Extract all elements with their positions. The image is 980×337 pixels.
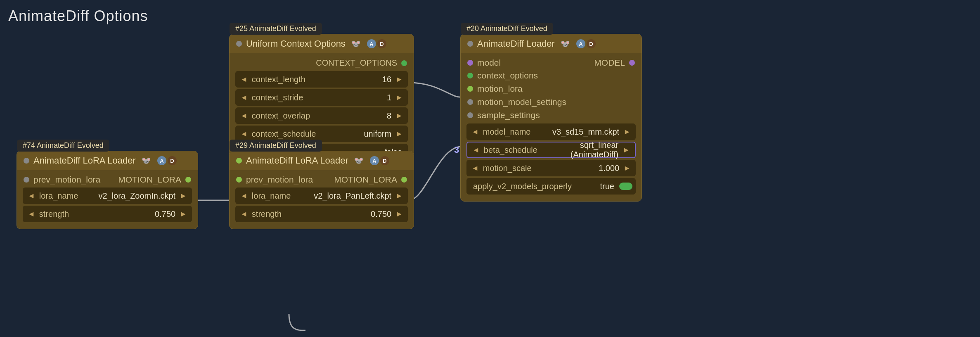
field-motion-scale[interactable]: ◄ motion_scale 1.000 ► — [466, 160, 636, 176]
port-mms-in — [467, 99, 473, 105]
arrow-right-context-overlap[interactable]: ► — [394, 112, 405, 120]
arrow-right-motion-scale[interactable]: ► — [622, 164, 632, 173]
arrow-right-lora-name-74[interactable]: ► — [178, 192, 189, 200]
node-status-dot — [236, 41, 242, 47]
page-title: AnimateDiff Options — [8, 7, 148, 25]
node-title-loader: AnimateDiff Loader — [477, 38, 555, 49]
node-lora-74: #74 AnimateDiff Evolved AnimateDiff LoRA… — [17, 151, 198, 229]
badge-a-74: A — [157, 156, 166, 165]
node-status-dot-29 — [236, 158, 242, 164]
port-prev-motion-lora-74 — [24, 177, 29, 183]
field-number-3: 3 — [454, 145, 459, 155]
field-apply-v2[interactable]: apply_v2_models_properly true — [466, 178, 636, 195]
arrow-left-lora-name-29[interactable]: ◄ — [239, 192, 249, 200]
field-beta-schedule[interactable]: ◄ beta_schedule sqrt_linear (AnimateDiff… — [466, 142, 636, 158]
field-context-stride[interactable]: ◄ context_stride 1 ► — [235, 89, 408, 106]
arrow-left-beta[interactable]: ◄ — [471, 146, 481, 154]
arrow-left-context-stride[interactable]: ◄ — [239, 93, 249, 102]
field-context-length[interactable]: ◄ context_length 16 ► — [235, 71, 408, 88]
badge-d-loader: D — [587, 39, 596, 48]
arrow-right-context-schedule[interactable]: ► — [394, 130, 405, 138]
output-context-options: CONTEXT_OPTIONS — [230, 57, 414, 69]
port-model-in — [467, 60, 473, 66]
arrow-left-strength-74[interactable]: ◄ — [26, 210, 37, 218]
output-port-context — [401, 60, 407, 66]
arrow-left-model-name[interactable]: ◄ — [470, 128, 481, 136]
port-ctx-in — [467, 73, 473, 78]
port-sample-settings: sample_settings — [461, 109, 641, 122]
badge-d-74: D — [168, 156, 177, 165]
badge-29: #29 AnimateDiff Evolved — [230, 140, 322, 152]
port-motion-lora-out-29 — [401, 177, 407, 183]
arrow-left-context-schedule[interactable]: ◄ — [239, 130, 249, 138]
field-lora-name-29[interactable]: ◄ lora_name v2_lora_PanLeft.ckpt ► — [235, 187, 408, 204]
port-motion-model-settings: motion_model_settings — [461, 95, 641, 109]
node-title-29: AnimateDiff LoRA Loader — [246, 155, 348, 166]
arrow-right-strength-29[interactable]: ► — [394, 210, 405, 218]
port-motion-lora-out-74 — [185, 177, 191, 183]
port-motion-lora-in — [467, 86, 473, 92]
arrow-left-motion-scale[interactable]: ◄ — [470, 164, 481, 173]
arrow-left-strength-29[interactable]: ◄ — [239, 210, 249, 218]
field-model-name[interactable]: ◄ model_name v3_sd15_mm.ckpt ► — [466, 123, 636, 140]
arrow-right-context-length[interactable]: ► — [394, 75, 405, 84]
badge-d: D — [377, 39, 386, 48]
field-context-overlap[interactable]: ◄ context_overlap 8 ► — [235, 107, 408, 124]
badge-d-29: D — [380, 156, 389, 165]
node-title-74: AnimateDiff LoRA Loader — [33, 155, 136, 166]
field-lora-name-74[interactable]: ◄ lora_name v2_lora_ZoomIn.ckpt ► — [23, 187, 192, 204]
node-status-dot-loader — [467, 41, 473, 47]
field-strength-74[interactable]: ◄ strength 0.750 ► — [23, 206, 192, 222]
toggle-apply-v2[interactable] — [619, 183, 632, 190]
badge-a-loader: A — [576, 39, 585, 48]
arrow-right-context-stride[interactable]: ► — [394, 93, 405, 102]
badge-a: A — [367, 39, 376, 48]
port-ss-in — [467, 112, 473, 118]
badge-a-29: A — [370, 156, 379, 165]
badge-25: #25 AnimateDiff Evolved — [230, 23, 322, 35]
arrow-left-context-overlap[interactable]: ◄ — [239, 112, 249, 120]
node-title-uniform: Uniform Context Options — [246, 38, 346, 49]
arrow-left-lora-name-74[interactable]: ◄ — [26, 192, 37, 200]
arrow-right-model-name[interactable]: ► — [622, 128, 632, 136]
arrow-right-beta[interactable]: ► — [621, 146, 632, 154]
node-animatediff-loader: #20 AnimateDiff Evolved AnimateDiff Load… — [460, 34, 642, 202]
arrow-right-strength-74[interactable]: ► — [178, 210, 189, 218]
port-context-options: context_options — [461, 69, 641, 82]
node-lora-29: #29 AnimateDiff Evolved AnimateDiff LoRA… — [229, 151, 414, 229]
node-status-dot-74 — [24, 158, 29, 164]
port-prev-motion-lora-29 — [236, 177, 242, 183]
arrow-right-lora-name-29[interactable]: ► — [394, 192, 405, 200]
field-strength-29[interactable]: ◄ strength 0.750 ► — [235, 206, 408, 222]
port-model-out — [629, 60, 635, 66]
badge-74: #74 AnimateDiff Evolved — [17, 140, 109, 152]
badge-20: #20 AnimateDiff Evolved — [461, 23, 553, 35]
port-motion-lora: motion_lora — [461, 82, 641, 95]
arrow-left-context-length[interactable]: ◄ — [239, 75, 249, 84]
